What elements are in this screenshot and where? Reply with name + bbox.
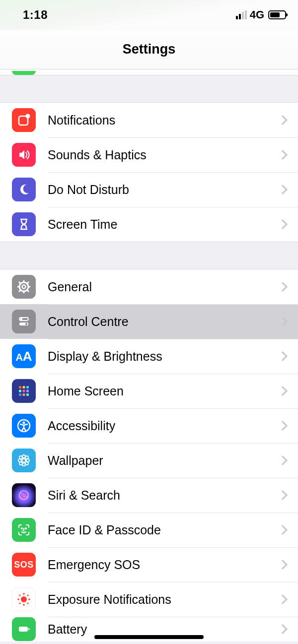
svg-rect-18 — [26, 386, 29, 388]
row-exposure-notifications[interactable]: Exposure Notifications — [0, 582, 298, 617]
row-emergency-sos[interactable]: SOS Emergency SOS — [0, 547, 298, 582]
chevron-right-icon — [278, 386, 288, 396]
row-label: Display & Brightness — [48, 349, 279, 364]
row-sounds-haptics[interactable]: Sounds & Haptics — [0, 137, 298, 172]
chevron-right-icon — [278, 560, 288, 570]
svg-line-9 — [27, 290, 29, 292]
svg-rect-17 — [23, 386, 25, 388]
row-siri-search[interactable]: Siri & Search — [0, 478, 298, 513]
row-notifications[interactable]: Notifications — [0, 103, 298, 137]
chevron-right-icon — [278, 490, 288, 500]
chevron-right-icon — [278, 317, 288, 326]
status-bar: 1:18 4G — [0, 0, 298, 30]
row-label: Siri & Search — [48, 488, 279, 503]
svg-point-35 — [25, 462, 28, 465]
row-home-screen[interactable]: Home Screen — [0, 374, 298, 408]
settings-group-2: General Control Centre AA Display & Brig… — [0, 269, 298, 642]
chevron-right-icon — [278, 351, 288, 361]
accessibility-icon — [12, 414, 36, 438]
svg-point-31 — [26, 459, 29, 462]
row-control-centre[interactable]: Control Centre — [0, 304, 298, 339]
peek-icon — [12, 71, 36, 75]
faceid-icon — [12, 518, 36, 542]
battery-icon — [12, 617, 36, 641]
chevron-right-icon — [278, 525, 288, 535]
chevron-right-icon — [278, 421, 288, 431]
siri-icon — [12, 483, 36, 507]
battery-icon — [268, 10, 286, 19]
group-gap — [0, 242, 298, 269]
svg-rect-23 — [23, 393, 25, 396]
row-face-id-passcode[interactable]: Face ID & Passcode — [0, 513, 298, 547]
svg-point-45 — [27, 594, 28, 596]
svg-point-42 — [17, 598, 19, 600]
row-screen-time[interactable]: Screen Time — [0, 207, 298, 242]
svg-rect-24 — [26, 393, 29, 396]
notifications-icon — [12, 108, 36, 132]
chevron-right-icon — [278, 219, 288, 229]
chevron-right-icon — [278, 150, 288, 160]
row-display-brightness[interactable]: AA Display & Brightness — [0, 339, 298, 374]
status-right: 4G — [236, 8, 286, 21]
chevron-right-icon — [278, 455, 288, 465]
svg-rect-21 — [26, 390, 29, 392]
svg-point-40 — [23, 593, 25, 595]
svg-point-37 — [21, 528, 22, 529]
svg-rect-20 — [23, 390, 25, 392]
svg-line-8 — [19, 282, 20, 283]
svg-point-3 — [22, 285, 26, 289]
row-label: Accessibility — [48, 419, 279, 433]
svg-point-29 — [22, 463, 25, 466]
row-do-not-disturb[interactable]: Do Not Disturb — [0, 172, 298, 207]
svg-point-30 — [18, 459, 21, 462]
exposure-icon — [12, 587, 36, 611]
svg-point-26 — [23, 422, 25, 424]
network-label: 4G — [250, 8, 264, 21]
svg-point-41 — [23, 604, 25, 606]
svg-point-13 — [20, 318, 22, 320]
previous-group-peek — [0, 69, 298, 75]
home-indicator[interactable] — [94, 635, 204, 639]
svg-point-27 — [22, 459, 26, 462]
sos-icon: SOS — [12, 553, 36, 577]
chevron-right-icon — [278, 594, 288, 604]
svg-point-46 — [19, 602, 20, 604]
row-label: Wallpaper — [48, 453, 279, 468]
page-title: Settings — [123, 42, 176, 57]
row-label: Screen Time — [48, 217, 279, 232]
cellular-signal-icon — [236, 10, 247, 19]
svg-rect-19 — [19, 390, 21, 392]
row-accessibility[interactable]: Accessibility — [0, 408, 298, 443]
row-wallpaper[interactable]: Wallpaper — [0, 443, 298, 478]
speaker-icon — [12, 143, 36, 167]
svg-point-34 — [19, 462, 22, 465]
chevron-right-icon — [278, 624, 288, 634]
svg-rect-48 — [19, 627, 28, 632]
flower-icon — [12, 449, 36, 472]
chevron-right-icon — [278, 185, 288, 194]
hourglass-icon — [12, 212, 36, 236]
chevron-right-icon — [278, 115, 288, 125]
gear-icon — [12, 275, 36, 299]
toggles-icon — [12, 310, 36, 333]
text-size-icon: AA — [12, 344, 36, 368]
row-label: General — [48, 280, 279, 294]
svg-point-15 — [25, 323, 27, 325]
svg-rect-16 — [19, 386, 21, 388]
row-general[interactable]: General — [0, 269, 298, 304]
chevron-right-icon — [278, 282, 288, 292]
nav-header: Settings — [0, 30, 298, 69]
svg-rect-22 — [19, 393, 21, 396]
svg-point-32 — [19, 456, 22, 459]
svg-point-44 — [19, 594, 20, 596]
row-label: Battery — [48, 622, 279, 637]
settings-list[interactable]: Notifications Sounds & Haptics Do Not Di… — [0, 69, 298, 644]
row-label: Do Not Disturb — [48, 183, 279, 197]
row-label: Sounds & Haptics — [48, 148, 279, 162]
row-label: Emergency SOS — [48, 558, 279, 572]
row-label: Notifications — [48, 113, 279, 128]
svg-point-39 — [21, 596, 27, 602]
settings-group-1: Notifications Sounds & Haptics Do Not Di… — [0, 102, 298, 242]
row-label: Face ID & Passcode — [48, 523, 279, 537]
svg-rect-49 — [28, 628, 30, 630]
